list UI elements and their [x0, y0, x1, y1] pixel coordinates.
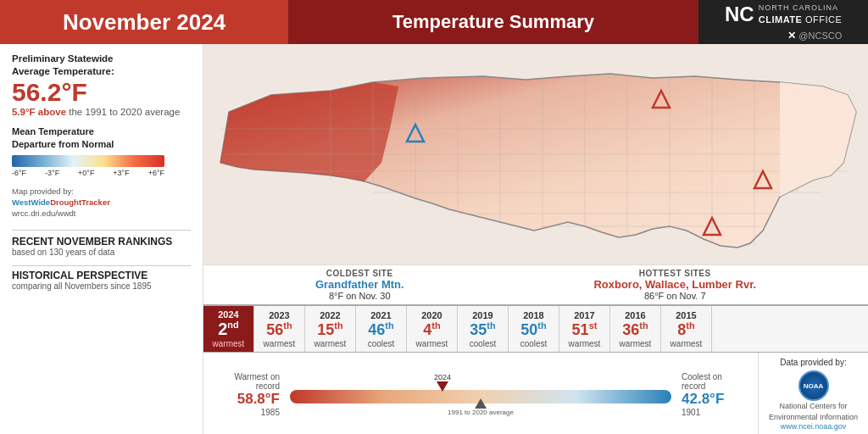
historical-perspective: Warmest on record 58.8°F 1985 2024: [203, 364, 758, 425]
left-panel: Preliminary StatewideAverage Temperature…: [0, 44, 203, 434]
rank-word-2020: warmest: [416, 339, 448, 348]
hist-title: Historical Perspective: [12, 270, 191, 281]
rank-num-2022: 15th: [317, 320, 342, 339]
rank-year-2019: 2019: [472, 310, 492, 320]
rankings-section-label: Recent November Rankings based on 130 ye…: [12, 230, 191, 257]
legend-color-bar: [12, 155, 164, 167]
wwdt-url: wrcc.dri.edu/wwdt: [12, 208, 191, 219]
rank-word-2018: coolest: [520, 339, 548, 348]
coolest-temp: 42.8°F: [682, 391, 741, 408]
rank-num-2019: 35th: [470, 320, 495, 339]
coldest-site-name: Grandfather Mtn.: [315, 278, 404, 291]
legend-labels: -6°F -3°F +0°F +3°F +6°F: [12, 169, 164, 177]
legend-title: Mean TemperatureDeparture from Normal: [12, 125, 191, 152]
anomaly-text: the 1991 to 2020 average: [69, 107, 180, 117]
coolest-record: Coolest on record 42.8°F 1901: [682, 372, 741, 417]
rank-col-2024: 20242ndwarmest: [203, 306, 254, 352]
coldest-site-detail: 8°F on Nov. 30: [315, 291, 404, 301]
rank-col-2020: 20204thwarmest: [407, 306, 458, 352]
legend-label-3: +3°F: [113, 169, 129, 177]
rank-col-2022: 202215thwarmest: [305, 306, 356, 352]
warmest-year: 1985: [220, 408, 280, 417]
legend-section: Mean TemperatureDeparture from Normal -6…: [12, 125, 191, 177]
rank-year-2016: 2016: [625, 310, 645, 320]
hist-bar-track-wrapper: 2024 1991 to 2020 average: [290, 371, 671, 418]
hottest-site-detail: 86°F on Nov. 7: [593, 291, 756, 301]
avg-anomaly: 5.9°F above the 1991 to 2020 average: [12, 107, 191, 117]
hist-avg-marker: 1991 to 2020 average: [448, 398, 514, 416]
hottest-site-name: Roxboro, Wallace, Lumber Rvr.: [593, 278, 756, 291]
wwdt-link: WestWideDroughtTracker: [12, 197, 191, 208]
svg-text:NC: NC: [725, 3, 754, 25]
social-handle: ✕ @NCSCO: [787, 30, 842, 42]
legend-bar-container: -6°F -3°F +0°F +3°F +6°F: [12, 155, 191, 177]
rank-col-2017: 201751stwarmest: [559, 306, 610, 352]
avg-temp-label: Preliminary StatewideAverage Temperature…: [12, 53, 191, 78]
wwdt-red: DroughtTracker: [50, 198, 110, 207]
anomaly-value: 5.9°F above: [12, 107, 66, 117]
header: November 2024 Temperature Summary NC NOR…: [0, 0, 868, 44]
wwdt-blue: WestWide: [12, 198, 50, 207]
bottom-section: 20242ndwarmest202356thwarmest202215thwar…: [203, 304, 868, 434]
rank-word-2022: warmest: [314, 339, 347, 348]
month-year-title: November 2024: [63, 9, 225, 36]
x-icon: ✕: [787, 30, 796, 42]
rank-year-2015: 2015: [676, 310, 696, 320]
site-labels: COLDEST SITE Grandfather Mtn. 8°F on Nov…: [203, 264, 868, 304]
legend-label-0: -6°F: [12, 169, 26, 177]
nc-logo-icon: NC: [725, 3, 755, 26]
org-info: NC NORTH CAROLINA CLIMATE OFFICE ✕ @NCSC…: [725, 3, 842, 42]
rank-num-2016: 36th: [622, 320, 648, 339]
coolest-year: 1901: [682, 408, 741, 417]
legend-label-2: +0°F: [78, 169, 94, 177]
right-panel: COLDEST SITE Grandfather Mtn. 8°F on Nov…: [203, 44, 868, 434]
data-credit-org: National Centers forEnvironmental Inform…: [769, 401, 858, 422]
hist-section-label: Historical Perspective comparing all Nov…: [12, 265, 191, 291]
rank-word-2017: warmest: [569, 339, 601, 348]
rank-word-2015: warmest: [670, 339, 703, 348]
rank-num-2023: 56th: [266, 320, 292, 339]
hist-current-year-label: 2024: [434, 373, 451, 381]
temp-summary-title: Temperature Summary: [392, 11, 594, 33]
rank-word-2023: warmest: [264, 339, 296, 348]
rankings-bar: 20242ndwarmest202356thwarmest202215thwar…: [203, 304, 868, 353]
rank-num-2017: 51st: [572, 320, 598, 339]
avg-temp-section: Preliminary StatewideAverage Temperature…: [12, 53, 191, 117]
coldest-site-type: COLDEST SITE: [315, 269, 404, 278]
rankings-title: Recent November Rankings: [12, 236, 191, 248]
nc-logo: NC NORTH CAROLINA CLIMATE OFFICE: [725, 3, 842, 26]
rank-col-2019: 201935thcoolest: [458, 306, 509, 352]
main-content: Preliminary StatewideAverage Temperature…: [0, 44, 868, 434]
rank-num-2021: 46th: [368, 320, 393, 339]
rank-year-2021: 2021: [370, 310, 391, 320]
legend-label-4: +6°F: [148, 169, 164, 177]
hist-current-marker: 2024: [434, 373, 451, 392]
data-credit-label: Data provided by:: [780, 358, 846, 367]
rank-year-2020: 2020: [421, 310, 442, 320]
rank-year-2024: 2024: [218, 309, 238, 320]
hottest-site: HOTTEST SITES Roxboro, Wallace, Lumber R…: [593, 269, 756, 301]
rank-col-2015: 20158thwarmest: [661, 306, 712, 352]
header-subtitle-section: Temperature Summary: [288, 0, 698, 44]
legend-label-1: -3°F: [45, 169, 59, 177]
hist-avg-label: 1991 to 2020 average: [448, 409, 514, 416]
rankings-subtitle: based on 130 years of data: [12, 248, 191, 257]
map-credit: Map provided by: WestWideDroughtTracker …: [12, 186, 191, 220]
noaa-logo: NOAA: [798, 370, 829, 401]
data-credit: Data provided by: NOAA National Centers …: [758, 353, 868, 434]
rank-num-2020: 4th: [423, 320, 440, 339]
nc-map: [203, 44, 868, 264]
hist-up-triangle: [475, 398, 487, 409]
map-credit-label: Map provided by:: [12, 186, 191, 197]
hottest-site-type: HOTTEST SITES: [593, 269, 756, 278]
map-area: [203, 44, 868, 264]
rank-year-2022: 2022: [320, 310, 340, 320]
rank-word-2019: coolest: [470, 339, 497, 348]
coolest-record-label: Coolest on record: [682, 372, 741, 391]
rank-word-2024: warmest: [213, 339, 245, 348]
hist-subtitle: comparing all Novembers since 1895: [12, 281, 191, 291]
warmest-temp: 58.8°F: [220, 391, 280, 408]
social-handle-text: @NCSCO: [798, 31, 842, 41]
avg-temp-value: 56.2°F: [12, 78, 191, 107]
rank-year-2017: 2017: [574, 310, 594, 320]
